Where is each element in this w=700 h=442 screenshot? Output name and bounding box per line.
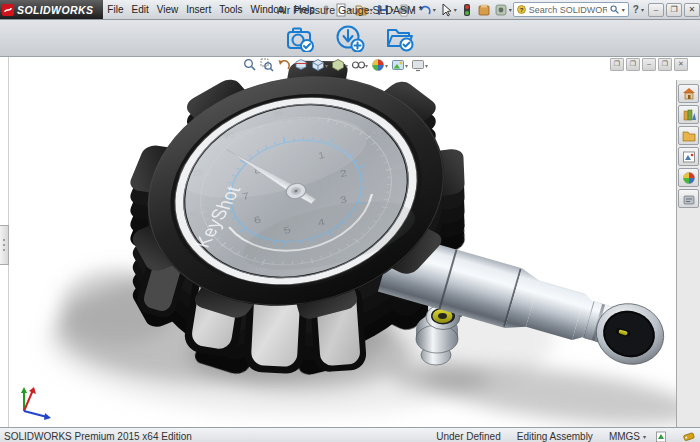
document-minimize-button[interactable]: ‒ (642, 58, 656, 71)
view-palette-icon (682, 150, 696, 164)
search-box[interactable]: ? Search SOLIDWORKS Help ▾ (513, 2, 629, 17)
section-view-button[interactable] (294, 58, 308, 72)
taskpane-tab-appearances-scenes[interactable] (678, 168, 699, 187)
headsup-view-toolbar: ▾▾▾▾▾▾ (243, 58, 428, 72)
options-dropdown-icon[interactable]: ▾ (509, 6, 512, 13)
window-controls: – ❐ ✕ (648, 3, 700, 17)
sheet-status-icon[interactable] (655, 431, 667, 442)
file-properties-button[interactable] (476, 2, 492, 18)
minimize-button[interactable]: – (648, 3, 664, 17)
graphics-viewport-3d-model[interactable]: 101520253035404550 12345678 KeyShot (0, 57, 700, 427)
view-settings-button[interactable]: ▾ (411, 58, 428, 72)
document-cascade-button[interactable]: ❐ (610, 58, 624, 71)
search-icon[interactable] (610, 5, 619, 14)
custom-properties-icon (682, 192, 696, 206)
file-explorer-icon (682, 129, 696, 143)
apply-scene-icon (391, 58, 405, 72)
menu-file[interactable]: File (103, 2, 127, 17)
display-style-icon (331, 58, 345, 72)
section-view-icon (294, 58, 308, 72)
zoom-to-area-icon (260, 58, 274, 72)
svg-text:?: ? (520, 7, 524, 13)
keyshot-toolbar (0, 20, 700, 57)
menu-view[interactable]: View (153, 2, 183, 17)
zoom-to-fit-button[interactable] (243, 58, 257, 72)
document-title: Air Pressure Gauge.SLDASM * (277, 4, 422, 16)
rebuild-button[interactable] (459, 2, 475, 18)
reference-triad (21, 387, 51, 420)
hide-show-items-icon (351, 58, 365, 72)
undo-dropdown-icon[interactable]: ▾ (433, 6, 436, 13)
document-tile-button[interactable]: ❐ (626, 58, 640, 71)
unit-system[interactable]: MMGS (609, 431, 640, 442)
select-dropdown-icon[interactable]: ▾ (454, 6, 457, 13)
rebuild-icon (460, 3, 474, 17)
search-input[interactable]: Search SOLIDWORKS Help (529, 5, 607, 15)
edit-appearance-button[interactable]: ▾ (371, 58, 388, 72)
document-close-button[interactable]: ✕ (674, 58, 688, 71)
display-style-button[interactable]: ▾ (331, 58, 348, 72)
menu-insert[interactable]: Insert (182, 2, 215, 17)
design-library-icon (682, 108, 696, 122)
restore-button[interactable]: ❐ (666, 3, 682, 17)
editing-mode[interactable]: Editing Assembly (517, 431, 593, 442)
brand-text: SOLIDWORKS (17, 4, 93, 16)
document-window-controls: ❐❐‒❐✕ (610, 58, 688, 71)
keyshot-open-scene-button[interactable] (385, 24, 415, 52)
hide-show-items-dropdown-icon[interactable]: ▾ (365, 62, 368, 69)
view-settings-dropdown-icon[interactable]: ▾ (425, 62, 428, 69)
previous-view-button[interactable] (277, 58, 291, 72)
zoom-to-fit-icon (243, 58, 257, 72)
taskpane-tab-design-library[interactable] (678, 105, 699, 124)
previous-view-icon (277, 58, 291, 72)
zoom-to-area-button[interactable] (260, 58, 274, 72)
appearances-scenes-icon (682, 171, 696, 185)
options-icon (494, 3, 508, 17)
options-button[interactable]: ▾ (493, 2, 513, 18)
taskpane-tab-file-explorer[interactable] (678, 126, 699, 145)
dassault-logo-icon (2, 4, 14, 16)
close-button[interactable]: ✕ (684, 3, 700, 17)
title-bar: SOLIDWORKS File Edit View Insert Tools W… (0, 0, 700, 20)
display-style-dropdown-icon[interactable]: ▾ (345, 62, 348, 69)
keyshot-add-to-queue-button[interactable] (335, 24, 365, 52)
constraint-state: Under Defined (436, 431, 500, 442)
select-button[interactable]: ▾ (438, 2, 458, 18)
view-orientation-icon (311, 58, 325, 72)
task-pane (676, 80, 700, 427)
featuremanager-collapsed-tab[interactable] (0, 225, 9, 265)
taskpane-tab-solidworks-resources[interactable] (678, 84, 699, 103)
view-orientation-button[interactable]: ▾ (311, 58, 328, 72)
hide-show-items-button[interactable]: ▾ (351, 58, 368, 72)
taskpane-tab-view-palette[interactable] (678, 147, 699, 166)
solidworks-logo: SOLIDWORKS (0, 0, 103, 19)
view-orientation-dropdown-icon[interactable]: ▾ (325, 62, 328, 69)
apply-scene-dropdown-icon[interactable]: ▾ (405, 62, 408, 69)
select-icon (439, 3, 453, 17)
edit-appearance-dropdown-icon[interactable]: ▾ (385, 62, 388, 69)
solidworks-resources-icon (682, 87, 696, 101)
status-bar: SOLIDWORKS Premium 2015 x64 Edition Unde… (0, 427, 700, 442)
taskpane-tab-custom-properties[interactable] (678, 189, 699, 208)
units-dropdown-icon[interactable]: ▾ (643, 433, 646, 440)
menu-edit[interactable]: Edit (127, 2, 152, 17)
edition-text: SOLIDWORKS Premium 2015 x64 Edition (4, 431, 192, 442)
view-settings-icon (411, 58, 425, 72)
document-restore-button[interactable]: ❐ (658, 58, 672, 71)
featuremanager-splitter[interactable] (0, 57, 9, 427)
apply-scene-button[interactable]: ▾ (391, 58, 408, 72)
graphics-area: ▾▾▾▾▾▾ ❐❐‒❐✕ (0, 57, 700, 427)
menu-tools[interactable]: Tools (215, 2, 246, 17)
keyshot-render-button[interactable] (285, 24, 315, 52)
help-button[interactable]: ?▾ (633, 4, 644, 15)
search-help-icon: ? (517, 5, 526, 14)
solidworks-window: SOLIDWORKS File Edit View Insert Tools W… (0, 0, 700, 442)
edit-appearance-icon (371, 58, 385, 72)
tag-icon[interactable] (683, 431, 696, 442)
search-dropdown-icon[interactable]: ▾ (622, 6, 625, 13)
file-properties-icon (477, 3, 491, 17)
